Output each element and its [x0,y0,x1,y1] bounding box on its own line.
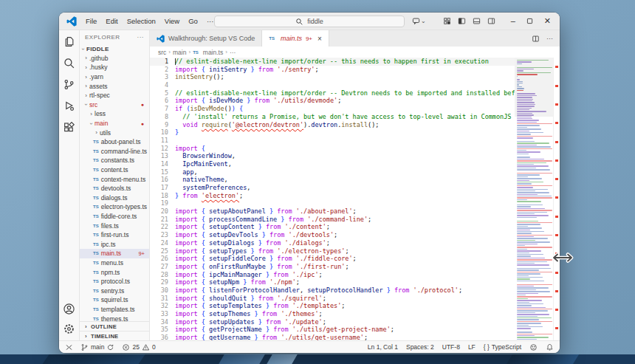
tree-item[interactable]: TScontext-menu.ts [80,174,149,184]
tree-item-label: less [95,110,106,117]
minimap-line [517,185,552,186]
tree-item-label: menu.ts [101,259,123,267]
minimap-line [517,275,529,276]
menu-view[interactable]: View [160,16,184,27]
tree-item[interactable]: TSsentry.ts [80,286,149,295]
source-control-icon[interactable] [63,78,75,91]
minimap-line [517,213,535,214]
run-and-debug-icon[interactable] [63,100,75,112]
settings-gear-icon[interactable] [63,323,75,335]
language-mode[interactable]: { } TypeScript [484,343,521,351]
tree-item[interactable]: ›src● [80,100,149,110]
git-branch-status[interactable]: main [80,343,114,351]
search-view-icon[interactable] [63,57,75,69]
tree-root-fiddle[interactable]: › FIDDLE [80,44,149,54]
tree-item[interactable]: TSfirst-run.ts [80,230,149,240]
explorer-more-actions[interactable]: ··· [137,34,145,41]
menu-file[interactable]: File [81,16,101,27]
tree-item[interactable]: ›assets [80,81,149,91]
tree-item[interactable]: TSdialogs.ts [80,193,149,203]
minimap-line [517,335,535,336]
minimap-line [517,168,536,168]
menu-selection[interactable]: Selection [123,16,160,27]
accounts-icon[interactable] [63,303,75,315]
tree-item[interactable]: ›main● [80,119,149,128]
tree-item[interactable]: TSelectron-types.ts [80,202,149,212]
tree-item[interactable]: TSfiddle-core.ts [80,212,149,222]
line-number: 3 [150,73,168,81]
tree-item[interactable]: TStemplates.ts [80,305,149,315]
customize-layout-icon[interactable] [443,17,451,25]
menu-go[interactable]: Go [184,16,202,27]
chat-button[interactable]: ⌄ [412,17,426,25]
tree-item[interactable]: TSsquirrel.ts [80,295,149,305]
breadcrumb[interactable]: src›main›TSmain.ts›··· [150,47,560,58]
tree-item[interactable]: TSdevtools.ts [80,184,149,193]
minimize-button[interactable]: – [511,17,515,25]
tree-item[interactable]: ›rtl-spec [80,91,149,100]
close-tab-icon[interactable]: × [318,35,322,43]
error-mark [555,272,558,274]
toggle-panel-icon[interactable] [473,17,481,25]
tree-item[interactable]: TScommand-line.ts [80,147,149,157]
cursor-position[interactable]: Ln 1, Col 1 [368,343,398,351]
error-mark [555,290,558,292]
explorer-header: EXPLORER ··· [80,30,149,44]
tree-item[interactable]: TSmain.ts9+ [80,249,149,258]
extensions-icon[interactable] [63,121,75,134]
toggle-secondary-sidebar-icon[interactable] [487,17,495,25]
notifications-bell-icon[interactable] [546,343,554,351]
command-center-search[interactable]: fiddle [214,16,405,27]
code-line: import { getProjectName } from './utils/… [175,326,515,334]
minimap-slider[interactable] [515,58,553,117]
outline-section[interactable]: › OUTLINE [80,321,149,331]
tree-item[interactable]: ›.yarn [80,72,149,82]
feedback-smiley-icon[interactable] [529,343,538,351]
close-button[interactable]: ✕ [544,17,551,25]
split-editor-icon[interactable] [532,35,540,43]
editor-tab[interactable]: Walkthrough: Setup VS Code [150,30,262,47]
breadcrumb-item[interactable]: ··· [230,49,236,56]
code-editor[interactable]: 1234567891011121314151617181920212223242… [150,58,560,340]
wallpaper-band [0,354,635,364]
chevron-icon: › [88,111,95,117]
explorer-icon[interactable] [63,35,75,48]
code-line: import { listenForProtocolHandler, setup… [175,286,515,295]
tree-item[interactable]: ›utils [80,128,149,137]
minimap-line [517,141,535,142]
tree-item[interactable]: TSfiles.ts [80,221,149,230]
editor-tab[interactable]: TSmain.ts9+× [262,30,329,47]
minimap-line [517,192,549,193]
breadcrumb-item[interactable]: main [173,49,186,56]
tree-item[interactable]: TSprotocol.ts [80,277,149,286]
remote-indicator[interactable] [65,343,73,351]
tree-item[interactable]: TSnpm.ts [80,267,149,277]
minimap-line [517,210,552,210]
tree-item[interactable]: TSipc.ts [80,239,149,249]
minimap-line [517,132,543,133]
minimap[interactable] [515,58,553,340]
tree-item[interactable]: ›.husky [80,63,149,72]
tree-item[interactable]: TSconstants.ts [80,156,149,165]
tree-item[interactable]: TScontent.ts [80,165,149,175]
tree-item-label: files.ts [101,222,119,230]
menu-edit[interactable]: Edit [101,16,122,27]
chevron-down-icon: ⌄ [421,18,426,24]
eol-status[interactable]: LF [468,343,476,351]
tree-item[interactable]: TSabout-panel.ts [80,137,149,147]
tree-item[interactable]: TSmenu.ts [80,258,149,268]
tree-item[interactable]: ›.github [80,54,149,63]
problems-status[interactable]: 25 0 [122,343,155,351]
indentation-status[interactable]: Spaces: 2 [406,343,434,351]
timeline-section[interactable]: › TIMELINE [80,331,149,340]
maximize-button[interactable] [526,17,534,25]
breadcrumb-item[interactable]: main.ts [203,49,223,56]
tree-item[interactable]: ›less [80,109,149,119]
editor-more-actions[interactable]: ··· [546,35,553,42]
code-line: // eslint-disable-next-line import/order… [175,89,515,97]
encoding-status[interactable]: UTF-8 [442,343,460,351]
tree-item[interactable]: TSthemes.ts [80,314,149,321]
toggle-primary-sidebar-icon[interactable] [458,17,466,25]
minimap-line [517,286,534,286]
breadcrumb-item[interactable]: src [158,49,166,56]
